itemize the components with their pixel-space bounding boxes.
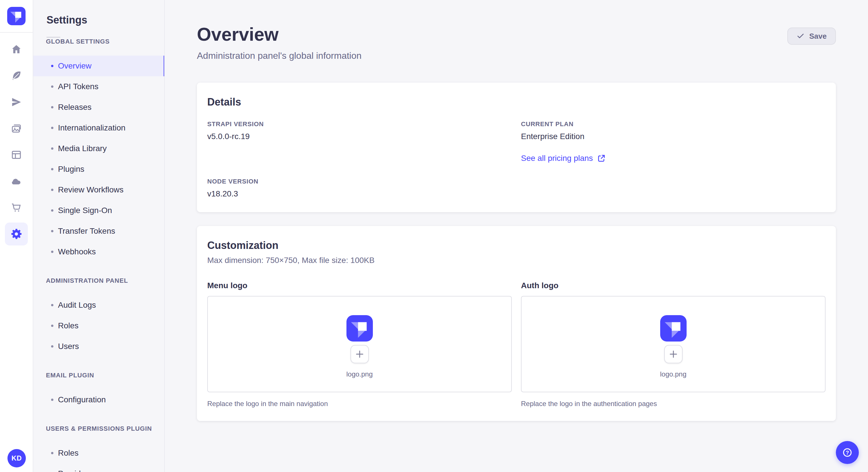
nav-section-label: USERS & PERMISSIONS PLUGIN <box>46 425 158 432</box>
settings-rail-item-active[interactable] <box>5 223 28 245</box>
field-label: NODE VERSION <box>207 178 512 185</box>
sidebar-item-releases[interactable]: Releases <box>33 97 164 117</box>
upload-filename: logo.png <box>660 370 686 379</box>
bullet-icon <box>51 304 53 306</box>
sidebar-item-webhooks[interactable]: Webhooks <box>33 241 164 262</box>
add-logo-button[interactable] <box>350 345 369 363</box>
sidebar-item-transfer-tokens[interactable]: Transfer Tokens <box>33 221 164 241</box>
nav-section-label: ADMINISTRATION PANEL <box>46 277 158 284</box>
sidebar-item-label: Audit Logs <box>58 301 96 310</box>
sidebar-item-label: Roles <box>58 321 79 330</box>
bullet-icon <box>51 325 53 327</box>
plus-icon <box>355 349 364 359</box>
details-card-title: Details <box>207 95 826 109</box>
strapi-logo <box>346 315 373 341</box>
sidebar-item-label: Internationalization <box>58 123 125 133</box>
check-icon <box>797 32 805 40</box>
field-value: v5.0.0-rc.19 <box>207 131 512 142</box>
bullet-icon <box>51 106 53 108</box>
bullet-icon <box>51 250 53 253</box>
subnav-title: Settings <box>33 0 164 26</box>
feather-icon[interactable] <box>11 70 22 81</box>
auth-logo-dropzone[interactable]: logo.png <box>521 296 826 392</box>
bullet-icon <box>51 127 53 129</box>
svg-text:?: ? <box>846 450 849 456</box>
avatar[interactable]: KD <box>7 449 26 467</box>
sidebar-item-label: Users <box>58 342 79 351</box>
strapi-version-field: STRAPI VERSION v5.0.0-rc.19 <box>207 121 512 164</box>
field-label: STRAPI VERSION <box>207 121 512 128</box>
field-value: v18.20.3 <box>207 188 512 200</box>
customization-card-title: Customization <box>207 239 826 252</box>
upload-caption: Replace the logo in the authentication p… <box>521 399 826 408</box>
details-card: Details STRAPI VERSION v5.0.0-rc.19 CURR… <box>197 82 836 212</box>
sidebar-item-label: Overview <box>58 61 92 71</box>
customization-card: Customization Max dimension: 750×750, Ma… <box>197 226 836 421</box>
page-header: Overview Administration panel's global i… <box>197 23 836 62</box>
bullet-icon <box>51 86 53 88</box>
bullet-icon <box>51 452 53 454</box>
add-logo-button[interactable] <box>664 345 683 363</box>
bullet-icon <box>51 147 53 150</box>
pricing-plans-link[interactable]: See all pricing plans <box>521 153 605 164</box>
question-mark-icon: ? <box>841 446 854 459</box>
sidebar-item-users[interactable]: Users <box>33 336 164 357</box>
sidebar-item-label: Configuration <box>58 395 106 404</box>
sidebar-item-configuration[interactable]: Configuration <box>33 390 164 410</box>
page-title: Overview <box>197 23 362 46</box>
bullet-icon <box>51 345 53 347</box>
upload-filename: logo.png <box>346 370 373 379</box>
sidebar-item-plugins[interactable]: Plugins <box>33 159 164 179</box>
main-content: Overview Administration panel's global i… <box>165 0 868 472</box>
sidebar-item-roles[interactable]: Roles <box>33 443 164 463</box>
nav-section-label: EMAIL PLUGIN <box>46 372 158 379</box>
strapi-logo[interactable] <box>7 7 26 25</box>
sidebar-item-label: Webhooks <box>58 247 96 256</box>
upload-label: Auth logo <box>521 280 826 291</box>
details-grid: STRAPI VERSION v5.0.0-rc.19 CURRENT PLAN… <box>207 121 826 200</box>
pricing-plans-link-label: See all pricing plans <box>521 153 593 164</box>
plus-icon <box>669 349 678 359</box>
sidebar-item-single-sign-on[interactable]: Single Sign-On <box>33 200 164 221</box>
images-icon[interactable] <box>11 123 22 134</box>
sidebar-item-internationalization[interactable]: Internationalization <box>33 117 164 138</box>
menu-logo-upload: Menu logo logo.png Replace the logo in t… <box>207 280 512 408</box>
sidebar-item-media-library[interactable]: Media Library <box>33 138 164 159</box>
sidebar-item-label: Releases <box>58 103 92 112</box>
rail-divider <box>0 32 33 33</box>
sidebar-item-review-workflows[interactable]: Review Workflows <box>33 179 164 200</box>
sidebar-item-roles[interactable]: Roles <box>33 315 164 336</box>
strapi-logo <box>660 315 687 341</box>
cloud-icon[interactable] <box>11 175 22 187</box>
settings-nav-list: GLOBAL SETTINGSOverviewAPI TokensRelease… <box>33 38 164 472</box>
home-icon[interactable] <box>11 43 22 55</box>
strapi-admin-app: KD Settings GLOBAL SETTINGSOverviewAPI T… <box>0 0 868 472</box>
sidebar-item-label: Roles <box>58 448 79 458</box>
nav-section-label: GLOBAL SETTINGS <box>46 38 158 45</box>
save-button[interactable]: Save <box>787 28 836 45</box>
upload-caption: Replace the logo in the main navigation <box>207 399 512 408</box>
external-link-icon <box>598 155 605 162</box>
bullet-icon <box>51 168 53 170</box>
sidebar-item-label: Single Sign-On <box>58 206 112 215</box>
sidebar-item-label: API Tokens <box>58 82 98 91</box>
layout-icon[interactable] <box>11 149 22 161</box>
cart-icon[interactable] <box>11 202 22 213</box>
page-subtitle: Administration panel's global informatio… <box>197 49 362 62</box>
bullet-icon <box>51 230 53 232</box>
customization-card-subtitle: Max dimension: 750×750, Max file size: 1… <box>207 255 826 266</box>
upload-label: Menu logo <box>207 280 512 291</box>
help-button[interactable]: ? <box>836 441 859 464</box>
paper-plane-icon[interactable] <box>11 96 22 108</box>
sidebar-item-label: Providers <box>58 469 92 472</box>
menu-logo-dropzone[interactable]: logo.png <box>207 296 512 392</box>
rail-icon-list <box>5 43 28 240</box>
node-version-field: NODE VERSION v18.20.3 <box>207 178 512 200</box>
auth-logo-upload: Auth logo logo.png Replace the logo in t… <box>521 280 826 408</box>
sidebar-item-audit-logs[interactable]: Audit Logs <box>33 295 164 315</box>
sidebar-item-providers[interactable]: Providers <box>33 463 164 472</box>
sidebar-item-label: Media Library <box>58 144 107 153</box>
sidebar-item-api-tokens[interactable]: API Tokens <box>33 76 164 97</box>
bullet-icon <box>51 209 53 212</box>
sidebar-item-overview[interactable]: Overview <box>33 56 164 76</box>
